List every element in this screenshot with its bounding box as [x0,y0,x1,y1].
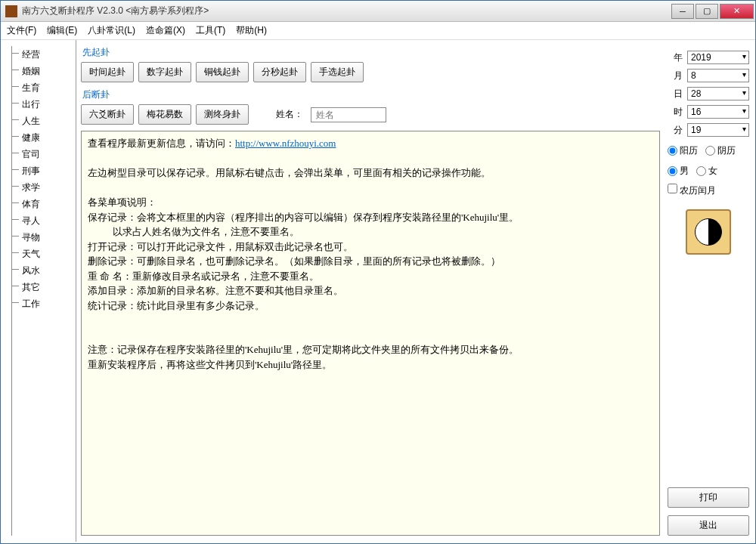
hour-label: 时 [668,106,683,119]
tree-item[interactable]: 人生 [11,113,76,129]
name-label: 姓名： [276,108,303,121]
tree-item[interactable]: 健康 [11,129,76,146]
tree-item[interactable]: 寻物 [11,229,76,246]
btn-manual-qigua[interactable]: 手选起卦 [311,62,364,82]
tree-item[interactable]: 风水 [11,262,76,279]
close-button[interactable]: ✕ [720,4,754,19]
name-input[interactable] [311,107,386,122]
radio-female[interactable]: 女 [696,165,717,178]
menu-tools[interactable]: 工具(T) [196,24,225,37]
radio-solar[interactable]: 阳历 [668,144,698,157]
menu-help[interactable]: 帮助(H) [236,24,267,37]
btn-time-qigua[interactable]: 时间起卦 [81,62,134,82]
tree-item[interactable]: 天气 [11,246,76,262]
menu-edit[interactable]: 编辑(E) [47,24,77,37]
btn-number-qigua[interactable]: 数字起卦 [138,62,191,82]
radio-male[interactable]: 男 [668,165,689,178]
window-title: 南方六爻断卦程序 V2.3.0 <南方易学系列程序> [22,5,671,17]
min-select[interactable]: 19 [687,123,749,137]
month-select[interactable]: 8 [687,69,749,82]
tree-item[interactable]: 体育 [11,196,76,212]
titlebar: 南方六爻断卦程序 V2.3.0 <南方易学系列程序> ─ ▢ ✕ [1,1,755,22]
tree-item[interactable]: 刑事 [11,162,76,179]
day-select[interactable]: 28 [687,87,749,100]
update-link[interactable]: http://www.nfzhouyi.com [235,138,336,149]
main-textarea[interactable]: 查看程序最新更新信息，请访问：http://www.nfzhouyi.com 左… [81,131,660,536]
section-duangua-label: 后断卦 [81,88,660,101]
btn-zhongshen[interactable]: 测终身卦 [196,104,249,125]
btn-minsec-qigua[interactable]: 分秒起卦 [253,62,306,82]
print-button[interactable]: 打印 [668,487,749,508]
min-label: 分 [668,124,683,137]
minimize-button[interactable]: ─ [671,4,694,19]
year-label: 年 [668,51,683,64]
tree-item[interactable]: 经营 [11,46,76,63]
menu-file[interactable]: 文件(F) [7,24,36,37]
tree-item[interactable]: 婚姻 [11,63,76,79]
tree-item[interactable]: 生育 [11,79,76,96]
maximize-button[interactable]: ▢ [696,4,718,19]
app-icon [5,5,17,17]
tree-item[interactable]: 寻人 [11,212,76,229]
tree-item[interactable]: 求学 [11,179,76,196]
tree-item[interactable]: 官司 [11,146,76,162]
btn-liuyao[interactable]: 六爻断卦 [81,104,134,125]
year-select[interactable]: 2019 [687,51,749,64]
category-tree: 经营 婚姻 生育 出行 人生 健康 官司 刑事 求学 体育 寻人 寻物 天气 风… [1,40,76,542]
section-qigua-label: 先起卦 [81,46,660,59]
menu-bagua[interactable]: 八卦常识(L) [88,24,135,37]
menu-zaoming[interactable]: 造命篇(X) [146,24,185,37]
btn-meihua[interactable]: 梅花易数 [138,104,191,125]
tree-item[interactable]: 其它 [11,279,76,295]
bagua-icon [686,209,731,255]
radio-lunar[interactable]: 阴历 [705,144,736,157]
btn-coin-qigua[interactable]: 铜钱起卦 [196,62,249,82]
month-label: 月 [668,70,683,82]
exit-button[interactable]: 退出 [668,515,749,536]
hour-select[interactable]: 16 [687,105,749,119]
tree-item[interactable]: 工作 [11,295,76,312]
day-label: 日 [668,88,683,100]
tree-item[interactable]: 出行 [11,96,76,113]
checkbox-leap[interactable]: 农历闰月 [668,184,716,197]
menubar: 文件(F) 编辑(E) 八卦常识(L) 造命篇(X) 工具(T) 帮助(H) [1,22,755,40]
